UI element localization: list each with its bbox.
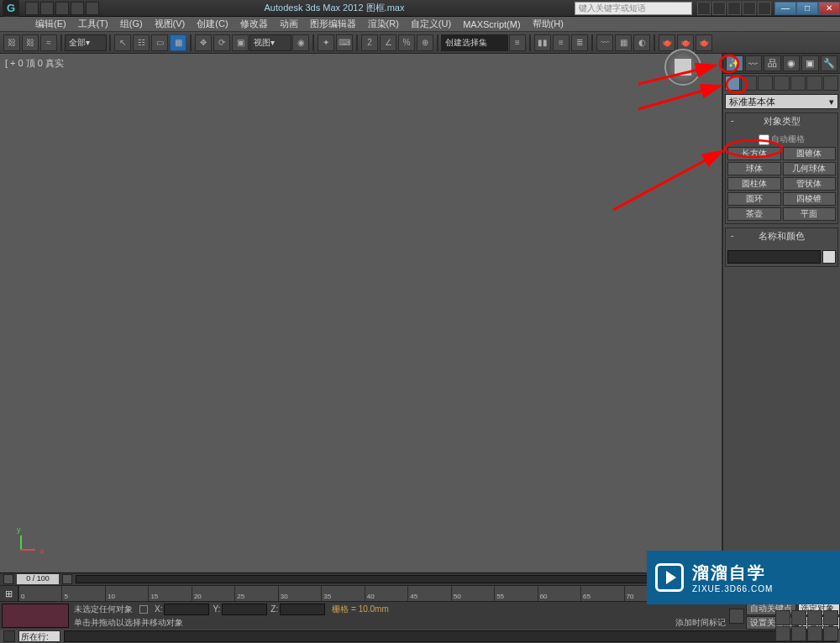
- align-icon[interactable]: ≡: [553, 34, 570, 51]
- add-time-tag[interactable]: 添加时间标记: [675, 617, 726, 629]
- menu-custom[interactable]: 自定义(U): [406, 16, 456, 32]
- help-search-input[interactable]: 键入关键字或短语: [575, 2, 692, 15]
- btn-plane[interactable]: 平面: [783, 207, 837, 221]
- sub-systems-icon[interactable]: [823, 76, 838, 91]
- snap-angle-icon[interactable]: ∠: [380, 34, 396, 51]
- rollout-title[interactable]: 对象类型: [726, 113, 837, 129]
- menu-view[interactable]: 视图(V): [150, 16, 191, 32]
- sub-space-icon[interactable]: [806, 76, 822, 91]
- curve-editor-icon[interactable]: 〰: [596, 34, 613, 51]
- menu-create[interactable]: 创建(C): [192, 16, 233, 32]
- track-next-icon[interactable]: [62, 574, 72, 584]
- zoom-icon[interactable]: [807, 610, 822, 625]
- btn-cylinder[interactable]: 圆柱体: [727, 177, 781, 191]
- material-icon[interactable]: ◐: [633, 34, 650, 51]
- btn-teapot[interactable]: 茶壶: [727, 207, 781, 221]
- tab-utilities[interactable]: 🔧: [821, 55, 838, 71]
- ref-coord-dropdown[interactable]: 视图 ▾: [249, 34, 291, 51]
- selection-set-edit-icon[interactable]: ≡: [509, 34, 526, 51]
- trackbar-toggle-icon[interactable]: ⊞: [0, 586, 18, 601]
- qat-btn[interactable]: [25, 2, 39, 15]
- zoom-extents-icon[interactable]: [823, 610, 838, 625]
- btn-torus[interactable]: 圆环: [727, 192, 781, 206]
- snap-percent-icon[interactable]: %: [398, 34, 415, 51]
- listener-input[interactable]: [64, 630, 837, 642]
- menu-edit[interactable]: 编辑(E): [30, 16, 71, 32]
- lock-icon[interactable]: [139, 605, 148, 614]
- keyboard-icon[interactable]: ⌨: [336, 34, 353, 51]
- filter-dropdown[interactable]: 全部 ▾: [65, 34, 107, 51]
- unlink-icon[interactable]: ⛓: [22, 34, 39, 51]
- link-icon[interactable]: ⛓: [3, 34, 20, 51]
- layers-icon[interactable]: ≣: [571, 34, 588, 51]
- zoom-all-icon[interactable]: [823, 626, 838, 641]
- category-dropdown[interactable]: 标准基本体▾: [725, 94, 838, 109]
- select-icon[interactable]: ↖: [114, 34, 131, 51]
- sub-lights-icon[interactable]: [758, 76, 773, 91]
- tab-modify[interactable]: 〰: [745, 55, 763, 71]
- move-icon[interactable]: ✥: [195, 34, 212, 51]
- key-box[interactable]: [2, 604, 69, 628]
- tab-hierarchy[interactable]: 品: [764, 55, 781, 71]
- btn-box[interactable]: 长方体: [727, 147, 781, 160]
- search-icon[interactable]: [697, 2, 711, 15]
- app-icon[interactable]: G: [3, 0, 19, 17]
- btn-sphere[interactable]: 球体: [727, 162, 781, 175]
- menu-script[interactable]: MAXScript(M): [458, 18, 525, 31]
- schematic-icon[interactable]: ▦: [615, 34, 632, 51]
- color-swatch[interactable]: [822, 250, 836, 264]
- qat-btn[interactable]: [55, 2, 69, 15]
- btn-geosphere[interactable]: 几何球体: [783, 162, 837, 175]
- minimize-button[interactable]: —: [774, 2, 796, 15]
- object-name-input[interactable]: [727, 250, 821, 264]
- select-region-icon[interactable]: ▭: [151, 34, 168, 51]
- snap-2d-icon[interactable]: 2: [361, 34, 378, 51]
- z-input[interactable]: [280, 604, 325, 615]
- sub-helpers-icon[interactable]: [790, 76, 806, 91]
- autogrid-checkbox[interactable]: 自动栅格: [727, 132, 836, 147]
- mirror-icon[interactable]: ▮▮: [534, 34, 551, 51]
- viewcube[interactable]: [664, 49, 701, 86]
- viewport[interactable]: [ + 0 顶 0 真实 yx: [0, 54, 722, 572]
- help-icon[interactable]: [712, 2, 726, 15]
- pan-icon[interactable]: [775, 610, 790, 625]
- btn-tube[interactable]: 管状体: [783, 177, 837, 191]
- window-crossing-icon[interactable]: ▦: [170, 34, 186, 51]
- fov-icon[interactable]: [775, 626, 790, 641]
- sub-cameras-icon[interactable]: [774, 76, 789, 91]
- menu-render[interactable]: 渲染(R): [363, 16, 404, 32]
- track-prev-icon[interactable]: [3, 574, 13, 584]
- btn-pyramid[interactable]: 四棱锥: [783, 192, 837, 206]
- max-toggle-icon[interactable]: [807, 626, 822, 641]
- select-name-icon[interactable]: ☷: [133, 34, 150, 51]
- question-icon[interactable]: [758, 2, 771, 15]
- qat-btn[interactable]: [71, 2, 84, 15]
- x-input[interactable]: [164, 604, 209, 615]
- bind-icon[interactable]: ≈: [40, 34, 57, 51]
- qat-btn[interactable]: [86, 2, 99, 15]
- tab-create[interactable]: ✨: [726, 55, 743, 71]
- tab-motion[interactable]: ◉: [783, 55, 801, 71]
- y-input[interactable]: [222, 604, 267, 615]
- menu-tools[interactable]: 工具(T): [73, 16, 113, 32]
- close-button[interactable]: ✕: [818, 2, 840, 15]
- menu-help[interactable]: 帮助(H): [528, 16, 569, 32]
- line-dropdown[interactable]: 所在行:: [18, 630, 60, 642]
- orbit-icon[interactable]: [791, 610, 806, 625]
- listener-icon[interactable]: [3, 630, 15, 642]
- spinner-snap-icon[interactable]: ⊕: [417, 34, 433, 51]
- frame-display[interactable]: 0 / 100: [17, 574, 59, 584]
- viewport-label[interactable]: [ + 0 顶 0 真实: [5, 57, 64, 70]
- menu-anim[interactable]: 动画: [275, 16, 303, 32]
- pivot-icon[interactable]: ◉: [292, 34, 309, 51]
- maximize-button[interactable]: □: [796, 2, 818, 15]
- rollout-title[interactable]: 名称和颜色: [726, 228, 837, 244]
- sub-geometry-icon[interactable]: [725, 76, 740, 91]
- sub-shapes-icon[interactable]: [741, 76, 756, 91]
- render-setup-icon[interactable]: 🫖: [659, 34, 675, 51]
- rotate-icon[interactable]: ⟳: [213, 34, 230, 51]
- qat-btn[interactable]: [40, 2, 54, 15]
- selection-set-dropdown[interactable]: 创建选择集: [441, 34, 508, 51]
- scale-icon[interactable]: ▣: [232, 34, 249, 51]
- menu-graph[interactable]: 图形编辑器: [305, 16, 361, 32]
